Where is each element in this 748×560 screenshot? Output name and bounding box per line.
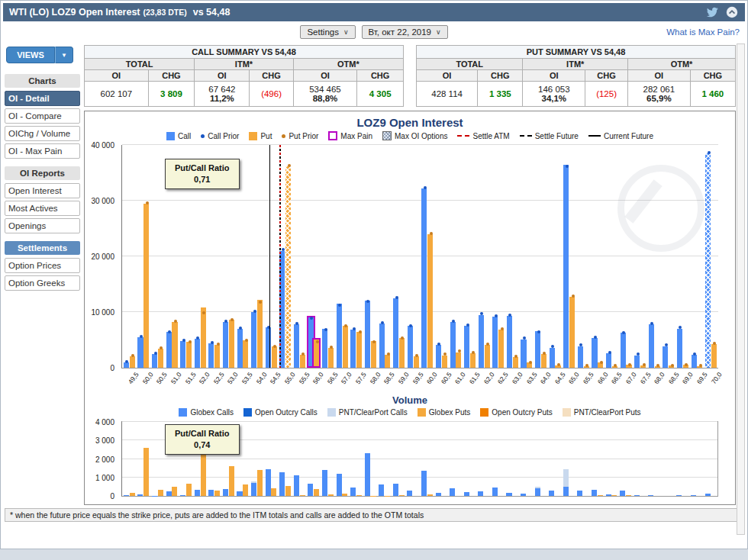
vol-put-stack[interactable] [342,494,347,496]
vol-call-stack[interactable] [648,495,653,496]
oi-call-bar[interactable] [180,341,185,368]
oi-call-bar[interactable] [436,345,441,368]
vol-put-stack[interactable] [172,487,177,496]
vol-put-stack[interactable] [427,494,433,496]
vol-call-stack[interactable] [237,491,242,496]
oi-put-bar[interactable] [243,340,248,369]
date-dropdown[interactable]: Вт, окт 22, 2019 ∨ [362,25,448,39]
vol-call-stack[interactable] [208,490,214,496]
vol-put-stack[interactable] [399,495,405,496]
oi-put-bar[interactable] [485,345,490,368]
vol-put-stack[interactable] [598,495,603,496]
vol-call-stack[interactable] [266,469,271,496]
oi-call-bar[interactable] [251,312,256,368]
sidebar-item-open-interest[interactable]: Open Interest [5,183,80,198]
vol-call-stack[interactable] [407,491,412,496]
oi-call-bar[interactable] [294,324,299,368]
vol-call-stack[interactable] [421,471,427,496]
oi-put-bar[interactable] [172,322,177,368]
oi-put-bar[interactable] [214,345,220,368]
oi-call-bar[interactable] [705,153,711,368]
vol-put-stack[interactable] [186,484,192,496]
oi-put-bar[interactable] [272,346,277,368]
oi-call-bar[interactable] [137,337,143,368]
oi-put-bar[interactable] [158,349,163,368]
vol-put-stack[interactable] [611,495,617,496]
oi-call-bar[interactable] [692,355,697,368]
oi-call-bar[interactable] [195,339,200,368]
oi-call-bar[interactable] [379,323,385,368]
vol-call-stack[interactable] [506,493,511,496]
vol-call-stack[interactable] [634,495,640,496]
oi-call-bar[interactable] [507,316,512,368]
oi-call-bar[interactable] [649,324,654,368]
vol-call-stack[interactable] [535,487,540,496]
vol-call-stack[interactable] [322,470,327,496]
oi-put-bar[interactable] [414,356,419,368]
oi-call-bar[interactable] [337,304,342,368]
oi-put-bar[interactable] [186,342,192,368]
oi-put-bar[interactable] [513,357,518,368]
oi-call-bar[interactable] [237,329,243,368]
vol-call-stack[interactable] [450,488,455,496]
oi-call-bar[interactable] [621,333,626,368]
vol-call-stack[interactable] [705,494,711,496]
oi-call-bar[interactable] [492,317,498,368]
what-is-max-pain-link[interactable]: What is Max Pain? [666,27,740,37]
oi-call-bar[interactable] [166,332,172,368]
views-button[interactable]: VIEWS ▼ [6,47,80,63]
oi-put-bar[interactable] [356,332,362,368]
oi-put-bar[interactable] [399,338,405,368]
vol-call-stack[interactable] [337,474,342,496]
vol-call-stack[interactable] [549,491,554,496]
vol-put-stack[interactable] [143,448,149,496]
vol-call-stack[interactable] [464,492,469,496]
vol-call-stack[interactable] [279,472,285,496]
oi-call-bar[interactable] [521,340,526,368]
vol-put-stack[interactable] [214,491,220,496]
vol-put-stack[interactable] [130,493,135,496]
vol-put-stack[interactable] [356,495,362,496]
oi-put-bar[interactable] [257,300,263,368]
oi-put-bar[interactable] [711,344,717,368]
collapse-panel-icon[interactable] [725,5,739,19]
vol-call-stack[interactable] [308,484,313,496]
oi-put-bar[interactable] [442,356,447,368]
sidebar-item-option-greeks[interactable]: Option Greeks [5,275,80,291]
oi-call-bar[interactable] [606,353,611,368]
oi-put-bar[interactable] [328,348,334,368]
oi-put-bar[interactable] [285,166,291,368]
oi-call-bar[interactable] [322,329,327,368]
vol-call-stack[interactable] [592,490,597,496]
oi-call-bar[interactable] [450,322,456,368]
vol-call-stack[interactable] [606,494,611,496]
oi-put-bar[interactable] [456,352,461,368]
oi-put-bar[interactable] [229,320,234,368]
oi-call-bar[interactable] [563,165,569,368]
vol-call-stack[interactable] [563,469,569,496]
oi-call-bar[interactable] [393,298,398,368]
vol-put-stack[interactable] [328,494,334,496]
vol-put-stack[interactable] [314,489,319,496]
vol-call-stack[interactable] [379,484,384,496]
twitter-icon[interactable] [705,5,719,19]
oi-put-bar[interactable] [201,307,206,368]
vol-call-stack[interactable] [577,491,582,496]
sidebar-item-oi-compare[interactable]: OI - Compare [5,108,80,124]
vol-call-stack[interactable] [350,488,356,496]
oi-call-bar[interactable] [464,326,469,368]
sidebar-item-most-actives[interactable]: Most Actives [5,201,80,216]
vol-put-stack[interactable] [243,484,248,496]
sidebar-item-openings[interactable]: Openings [5,218,80,233]
oi-put-bar[interactable] [385,355,390,368]
oi-put-bar[interactable] [569,297,575,368]
vol-call-stack[interactable] [166,491,172,496]
oi-put-bar[interactable] [130,356,135,368]
oi-put-bar[interactable] [143,204,149,368]
vol-call-stack[interactable] [436,493,441,496]
oi-call-bar[interactable] [408,326,413,368]
vol-put-stack[interactable] [626,495,631,496]
oi-put-bar[interactable] [300,355,305,368]
oi-put-bar[interactable] [470,353,476,368]
vol-put-stack[interactable] [271,488,276,496]
